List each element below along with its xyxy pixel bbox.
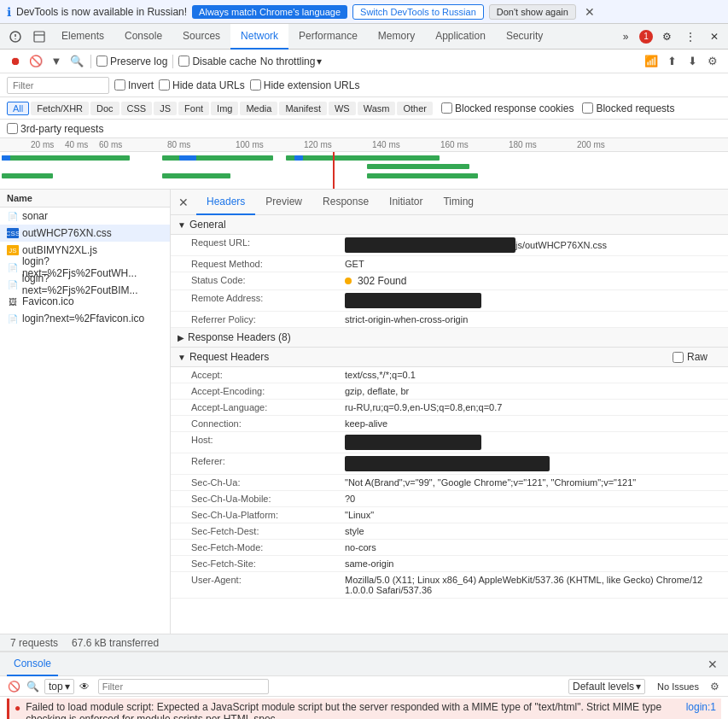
match-language-button[interactable]: Always match Chrome's language <box>192 5 347 19</box>
close-detail-button[interactable]: ✕ <box>171 190 196 215</box>
request-headers-section-header[interactable]: ▼ Request Headers Raw <box>171 348 728 367</box>
request-count: 7 requests <box>10 637 58 649</box>
raw-label[interactable]: Raw <box>673 351 708 363</box>
header-label-accept-encoding: Accept-Encoding: <box>191 386 345 396</box>
error-link[interactable]: login:1 <box>686 701 716 713</box>
type-btn-css[interactable]: CSS <box>121 102 153 115</box>
wifi-icon[interactable]: 📶 <box>643 53 660 70</box>
type-btn-wasm[interactable]: Wasm <box>358 102 396 115</box>
header-label-method: Request Method: <box>191 259 345 269</box>
dont-show-again-button[interactable]: Don't show again <box>489 4 576 20</box>
blocked-cookies-label[interactable]: Blocked response cookies <box>441 102 574 114</box>
hide-data-urls-checkbox[interactable] <box>159 79 170 91</box>
preserve-log-label[interactable]: Preserve log <box>96 56 167 67</box>
bar-3b <box>294 155 303 161</box>
console-filter-icon[interactable]: 🔍 <box>26 680 39 693</box>
headers-content: ▼ General Request URL: js/outWHCP76XN.cs… <box>171 215 728 634</box>
console-settings-icon[interactable]: ⚙ <box>708 680 721 693</box>
tab-timing[interactable]: Timing <box>433 190 484 215</box>
request-item-sonar[interactable]: 📄 sonar <box>0 208 170 225</box>
type-btn-font[interactable]: Font <box>178 102 209 115</box>
third-party-checkbox[interactable] <box>7 123 18 134</box>
raw-checkbox[interactable] <box>673 352 684 363</box>
third-party-label[interactable]: 3rd-party requests <box>7 123 103 135</box>
tab-elements[interactable]: Elements <box>51 24 114 50</box>
clear-icon[interactable]: 🚫 <box>27 53 44 70</box>
filter-input[interactable] <box>7 77 109 94</box>
tab-initiator[interactable]: Initiator <box>379 190 433 215</box>
search-icon[interactable]: 🔍 <box>68 53 85 70</box>
preserve-log-checkbox[interactable] <box>96 56 108 67</box>
disable-cache-checkbox[interactable] <box>178 56 189 67</box>
record-icon[interactable]: ⏺ <box>7 53 24 70</box>
tab-sources[interactable]: Sources <box>172 24 230 50</box>
blocked-requests-checkbox[interactable] <box>582 102 593 114</box>
type-btn-fetch-xhr[interactable]: Fetch/XHR <box>31 102 89 115</box>
console-tab[interactable]: Console <box>7 652 58 676</box>
throttle-select[interactable]: No throttling ▾ <box>260 56 323 67</box>
tab-response[interactable]: Response <box>312 190 379 215</box>
disable-cache-label[interactable]: Disable cache <box>178 56 256 67</box>
header-row-user-agent: User-Agent: Mozilla/5.0 (X11; Linux x86_… <box>171 572 728 599</box>
request-name: login?next=%2Ffavicon.ico <box>22 313 144 324</box>
hide-ext-urls-checkbox[interactable] <box>250 79 261 91</box>
tab-console[interactable]: Console <box>114 24 172 50</box>
type-btn-manifest[interactable]: Manifest <box>279 102 327 115</box>
response-headers-section-header[interactable]: ▶ Response Headers (8) <box>171 328 728 348</box>
hide-ext-urls-label[interactable]: Hide extension URLs <box>250 79 360 91</box>
type-btn-other[interactable]: Other <box>397 102 433 115</box>
info-bar-close[interactable]: ✕ <box>585 5 595 19</box>
network-settings-icon[interactable]: ⚙ <box>704 53 721 70</box>
devtools-menu-icon[interactable] <box>3 24 27 50</box>
console-filter-input[interactable] <box>98 679 269 694</box>
default-levels-select[interactable]: Default levels ▾ <box>568 679 645 694</box>
header-label-user-agent: User-Agent: <box>191 575 345 585</box>
request-item-login3[interactable]: 📄 login?next=%2Ffavicon.ico <box>0 310 170 327</box>
doc-icon: 📄 <box>7 211 19 221</box>
close-devtools-icon[interactable]: ✕ <box>704 26 725 47</box>
invert-checkbox[interactable] <box>114 79 125 91</box>
request-name: Favicon.ico <box>22 295 74 307</box>
tick-40ms: 40 ms <box>65 140 88 149</box>
console-toolbar: 🚫 🔍 top ▾ 👁 Default levels ▾ No Issues ⚙ <box>0 676 728 697</box>
filter-icon[interactable]: ▼ <box>48 53 65 70</box>
doc-icon-4: 📄 <box>7 313 19 324</box>
tab-preview[interactable]: Preview <box>255 190 312 215</box>
tab-application[interactable]: Application <box>425 24 496 50</box>
switch-devtools-button[interactable]: Switch DevTools to Russian <box>352 4 484 20</box>
settings-gear-icon[interactable]: ⚙ <box>656 26 677 47</box>
toolbar-divider-2 <box>172 55 173 68</box>
request-item-login2[interactable]: 📄 login?next=%2Fjs%2FoutBIM... <box>0 276 170 293</box>
upload-icon[interactable]: ⬆ <box>663 53 680 70</box>
chevron-more-icon[interactable]: » <box>615 26 636 47</box>
blocked-requests-label[interactable]: Blocked requests <box>582 102 674 114</box>
context-selector[interactable]: top ▾ <box>44 679 74 694</box>
general-section-body: Request URL: js/outWHCP76XN.css Request … <box>171 235 728 328</box>
tick-20ms: 20 ms <box>31 140 54 149</box>
tab-network[interactable]: Network <box>230 24 288 50</box>
download-icon[interactable]: ⬇ <box>684 53 701 70</box>
tab-headers[interactable]: Headers <box>196 190 255 215</box>
console-clear-icon[interactable]: 🚫 <box>7 680 20 693</box>
blocked-cookies-checkbox[interactable] <box>441 102 452 114</box>
devtools-dock-icon[interactable] <box>27 24 51 50</box>
transferred-size: 67.6 kB transferred <box>72 637 159 649</box>
type-btn-js[interactable]: JS <box>154 102 177 115</box>
request-item-css[interactable]: CSS outWHCP76XN.css <box>0 225 170 242</box>
type-btn-img[interactable]: Img <box>211 102 238 115</box>
type-btn-all[interactable]: All <box>7 102 29 115</box>
hide-data-urls-label[interactable]: Hide data URLs <box>159 79 245 91</box>
type-btn-media[interactable]: Media <box>240 102 277 115</box>
tab-performance[interactable]: Performance <box>288 24 368 50</box>
console-close-button[interactable]: ✕ <box>704 658 721 671</box>
invert-label[interactable]: Invert <box>114 79 154 91</box>
type-btn-doc[interactable]: Doc <box>90 102 119 115</box>
eye-icon[interactable]: 👁 <box>79 681 93 693</box>
tab-security[interactable]: Security <box>496 24 553 50</box>
right-panel: ✕ Headers Preview Response Initiator Tim… <box>171 190 728 634</box>
general-section-header[interactable]: ▼ General <box>171 215 728 235</box>
more-options-icon[interactable]: ⋮ <box>680 26 701 47</box>
type-btn-ws[interactable]: WS <box>329 102 356 115</box>
response-headers-title: Response Headers (8) <box>188 331 291 343</box>
tab-memory[interactable]: Memory <box>368 24 425 50</box>
